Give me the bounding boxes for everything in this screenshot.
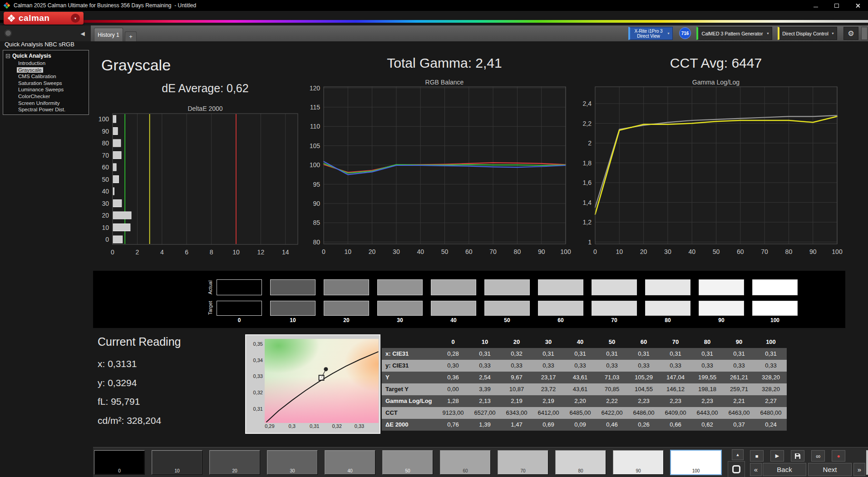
svg-text:6: 6 xyxy=(185,248,188,256)
back-button[interactable]: Back xyxy=(763,463,806,476)
actual-swatch-60 xyxy=(538,279,583,295)
workflow-tree: Quick Analysis IntroductionGrayscaleCMS … xyxy=(3,50,89,115)
svg-text:90: 90 xyxy=(538,248,545,255)
current-reading-cdm2: cd/m²: 328,204 xyxy=(98,415,161,426)
sidebar-item-screen-uniformity[interactable]: Screen Uniformity xyxy=(6,100,89,107)
svg-text:40: 40 xyxy=(102,188,109,195)
svg-text:85: 85 xyxy=(313,219,320,226)
swatch-label-70: 70 xyxy=(592,317,637,323)
grayscale-data-table: 0102030405060708090100x: CIE310,280,310,… xyxy=(382,336,787,431)
pattern-button-60[interactable]: 60 xyxy=(440,450,491,475)
workflow-menu-button[interactable] xyxy=(5,30,12,37)
svg-text:105: 105 xyxy=(310,142,321,149)
actual-swatch-0 xyxy=(217,279,262,295)
continuous-measure-button[interactable]: ● xyxy=(832,450,845,462)
close-button[interactable] xyxy=(847,0,868,11)
tree-root-label: Quick Analysis xyxy=(12,53,51,59)
target-swatch-row xyxy=(217,301,798,316)
tab-history-1[interactable]: History 1 xyxy=(94,28,123,41)
next-button[interactable]: Next xyxy=(808,463,852,476)
sidebar-item-saturation-sweeps[interactable]: Saturation Sweeps xyxy=(6,80,89,87)
pattern-button-label: 100 xyxy=(671,468,721,473)
pattern-button-80[interactable]: 80 xyxy=(555,450,606,475)
add-tab-button[interactable]: + xyxy=(125,31,137,41)
table-row-gamma-log-log: Gamma Log/Log1,282,132,192,192,202,222,2… xyxy=(382,395,787,407)
svg-text:70: 70 xyxy=(489,248,497,255)
pattern-window-toggle-button[interactable] xyxy=(728,461,745,477)
sidebar-item-introduction[interactable]: Introduction xyxy=(6,60,89,67)
svg-text:50: 50 xyxy=(713,248,720,255)
pattern-generator-dropdown[interactable]: CalMED 3 Pattern Generator ▼ xyxy=(696,27,772,40)
calman-logo-button[interactable]: calman ▼ xyxy=(4,12,84,25)
maximize-button[interactable] xyxy=(826,0,847,11)
link-meters-button[interactable]: ∞ xyxy=(811,450,825,462)
actual-swatch-row xyxy=(217,279,798,295)
pattern-generator-name: CalMED 3 Pattern Generator xyxy=(698,31,766,36)
record-icon: ● xyxy=(837,453,840,459)
maximize-icon xyxy=(834,4,839,8)
pattern-button-10[interactable]: 10 xyxy=(152,450,202,475)
cie-y-tick: 0,31 xyxy=(247,406,263,412)
current-reading-title: Current Reading xyxy=(98,335,181,348)
svg-text:2: 2 xyxy=(588,139,592,147)
target-swatch-20 xyxy=(324,301,369,316)
close-icon xyxy=(855,3,860,8)
play-button[interactable]: ▶ xyxy=(770,450,784,462)
collapse-toolbar-button[interactable]: ▲ xyxy=(732,449,744,460)
pattern-window-icon xyxy=(732,465,740,473)
tree-root-quick-analysis[interactable]: Quick Analysis xyxy=(6,52,89,60)
meter-count-badge[interactable]: 716 xyxy=(679,27,691,39)
next-chevrons-button[interactable]: » xyxy=(853,463,865,476)
overflow-button[interactable] xyxy=(861,27,868,40)
save-icon xyxy=(794,453,801,459)
collapse-sidebar-button[interactable]: ◀ xyxy=(78,30,87,37)
pattern-button-0[interactable]: 0 xyxy=(94,450,145,475)
svg-text:1,6: 1,6 xyxy=(583,179,592,186)
table-row-y-cie31: y: CIE310,300,330,330,330,330,330,330,33… xyxy=(382,360,787,372)
cie-y-tick: 0,34 xyxy=(247,358,263,363)
pattern-button-20[interactable]: 20 xyxy=(209,450,260,475)
meter-dropdown[interactable]: X-Rite i1Pro 3 Direct View ▼ xyxy=(628,27,673,40)
swatch-label-40: 40 xyxy=(431,317,476,323)
settings-gear-button[interactable]: ⚙ xyxy=(843,27,858,40)
display-control-dropdown[interactable]: Direct Display Control ▼ xyxy=(778,27,837,40)
pattern-button-label: 70 xyxy=(498,468,548,473)
swatch-label-10: 10 xyxy=(270,317,316,323)
svg-text:120: 120 xyxy=(310,84,321,92)
pattern-button-50[interactable]: 50 xyxy=(382,450,433,475)
cie-x-tick: 0,32 xyxy=(330,423,344,429)
target-swatch-80 xyxy=(645,301,690,316)
pattern-button-100[interactable]: 100 xyxy=(671,450,721,475)
sidebar-item-colorchecker[interactable]: ColorChecker xyxy=(6,93,89,100)
play-icon: ▶ xyxy=(775,453,779,459)
svg-text:70: 70 xyxy=(102,152,109,159)
pattern-toolbar: 0102030405060708090100 ▲ ■ ▶ ∞ ● « Back … xyxy=(93,447,868,477)
sidebar-item-luminance-sweeps[interactable]: Luminance Sweeps xyxy=(6,86,89,93)
svg-text:10: 10 xyxy=(616,248,623,255)
sidebar-item-grayscale[interactable]: Grayscale xyxy=(6,67,89,74)
deltae-2000-chart: 024681012141009080706050403020100 xyxy=(91,111,304,261)
logo-menu-button[interactable]: ▼ xyxy=(71,14,80,23)
de-average-value: dE Average: 0,62 xyxy=(162,82,248,95)
tree-expander-icon[interactable] xyxy=(6,54,10,58)
pattern-button-90[interactable]: 90 xyxy=(613,450,664,475)
save-button[interactable] xyxy=(791,450,804,462)
cie-chromaticity-panel: 0,350,340,330,320,310,290,30,310,320,33 xyxy=(245,334,380,434)
sidebar-item-cms-calibration[interactable]: CMS Calibration xyxy=(6,73,89,80)
chevrons-left-icon: « xyxy=(754,466,758,473)
toolbar-gripper[interactable] xyxy=(866,450,868,475)
back-chevrons-button[interactable]: « xyxy=(750,463,762,476)
cie-plot xyxy=(265,339,379,423)
gear-icon: ⚙ xyxy=(848,29,854,38)
minimize-button[interactable] xyxy=(805,0,826,11)
swatch-label-30: 30 xyxy=(377,317,423,323)
pattern-button-70[interactable]: 70 xyxy=(498,450,548,475)
svg-text:110: 110 xyxy=(310,123,321,130)
sidebar-item-spectral-power-dist[interactable]: Spectral Power Dist. xyxy=(6,106,89,113)
stop-button[interactable]: ■ xyxy=(750,450,764,462)
pattern-button-30[interactable]: 30 xyxy=(267,450,318,475)
pattern-button-40[interactable]: 40 xyxy=(325,450,375,475)
stop-icon: ■ xyxy=(755,453,759,459)
svg-text:80: 80 xyxy=(313,238,320,246)
cct-average-value: CCT Avg: 6447 xyxy=(670,55,762,71)
